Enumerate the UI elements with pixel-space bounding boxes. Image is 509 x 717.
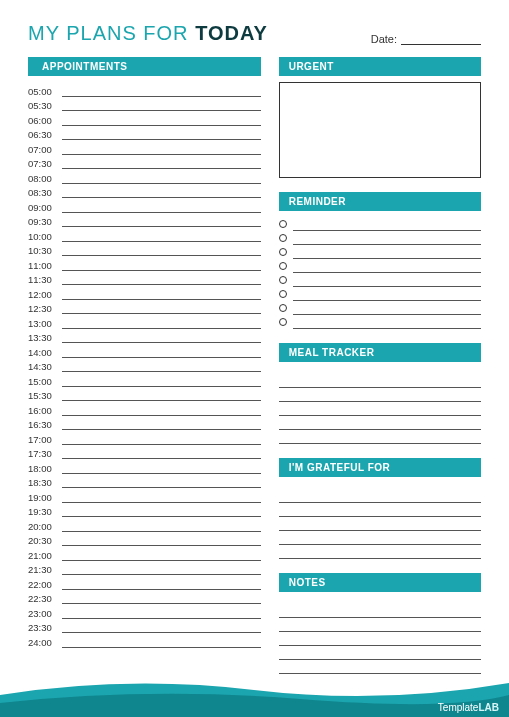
appointment-row[interactable]: 07:30 — [28, 155, 261, 170]
meal-line[interactable] — [279, 402, 481, 416]
appointment-slot-line[interactable] — [62, 217, 261, 227]
appointment-row[interactable]: 18:30 — [28, 474, 261, 489]
appointment-slot-line[interactable] — [62, 333, 261, 343]
appointment-row[interactable]: 16:30 — [28, 416, 261, 431]
appointment-slot-line[interactable] — [62, 319, 261, 329]
reminder-slot-line[interactable] — [293, 273, 481, 287]
appointment-row[interactable]: 09:30 — [28, 213, 261, 228]
appointment-row[interactable]: 23:30 — [28, 619, 261, 634]
reminder-slot-line[interactable] — [293, 287, 481, 301]
appointment-slot-line[interactable] — [62, 406, 261, 416]
appointment-slot-line[interactable] — [62, 464, 261, 474]
meal-line[interactable] — [279, 388, 481, 402]
appointment-slot-line[interactable] — [62, 420, 261, 430]
urgent-box[interactable] — [279, 82, 481, 178]
appointment-row[interactable]: 16:00 — [28, 401, 261, 416]
checkbox-circle-icon[interactable] — [279, 220, 287, 228]
reminder-slot-line[interactable] — [293, 231, 481, 245]
appointment-slot-line[interactable] — [62, 565, 261, 575]
reminder-row[interactable] — [279, 287, 481, 301]
appointment-slot-line[interactable] — [62, 580, 261, 590]
appointment-row[interactable]: 21:30 — [28, 561, 261, 576]
appointment-row[interactable]: 13:00 — [28, 314, 261, 329]
reminder-slot-line[interactable] — [293, 301, 481, 315]
appointment-row[interactable]: 12:30 — [28, 300, 261, 315]
reminder-row[interactable] — [279, 231, 481, 245]
checkbox-circle-icon[interactable] — [279, 290, 287, 298]
appointment-row[interactable]: 14:00 — [28, 343, 261, 358]
appointment-slot-line[interactable] — [62, 362, 261, 372]
appointment-slot-line[interactable] — [62, 246, 261, 256]
appointment-row[interactable]: 15:30 — [28, 387, 261, 402]
notes-line[interactable] — [279, 604, 481, 618]
grateful-line[interactable] — [279, 489, 481, 503]
appointment-row[interactable]: 11:30 — [28, 271, 261, 286]
grateful-line[interactable] — [279, 531, 481, 545]
notes-line[interactable] — [279, 660, 481, 674]
appointment-slot-line[interactable] — [62, 536, 261, 546]
appointment-row[interactable]: 09:00 — [28, 198, 261, 213]
appointment-slot-line[interactable] — [62, 449, 261, 459]
checkbox-circle-icon[interactable] — [279, 304, 287, 312]
notes-lines[interactable] — [279, 604, 481, 674]
grateful-line[interactable] — [279, 545, 481, 559]
reminder-slot-line[interactable] — [293, 259, 481, 273]
appointment-slot-line[interactable] — [62, 130, 261, 140]
meal-line[interactable] — [279, 430, 481, 444]
meal-line[interactable] — [279, 374, 481, 388]
appointment-row[interactable]: 22:00 — [28, 575, 261, 590]
reminder-row[interactable] — [279, 259, 481, 273]
appointment-slot-line[interactable] — [62, 377, 261, 387]
meal-lines[interactable] — [279, 374, 481, 444]
grateful-line[interactable] — [279, 517, 481, 531]
appointment-slot-line[interactable] — [62, 188, 261, 198]
appointment-row[interactable]: 10:30 — [28, 242, 261, 257]
appointment-slot-line[interactable] — [62, 203, 261, 213]
appointment-row[interactable]: 13:30 — [28, 329, 261, 344]
appointment-row[interactable]: 14:30 — [28, 358, 261, 373]
appointment-row[interactable]: 21:00 — [28, 546, 261, 561]
appointment-row[interactable]: 15:00 — [28, 372, 261, 387]
appointment-row[interactable]: 23:00 — [28, 604, 261, 619]
date-input-line[interactable] — [401, 33, 481, 45]
appointment-slot-line[interactable] — [62, 493, 261, 503]
appointment-row[interactable]: 12:00 — [28, 285, 261, 300]
appointment-slot-line[interactable] — [62, 522, 261, 532]
reminder-row[interactable] — [279, 301, 481, 315]
appointment-slot-line[interactable] — [62, 87, 261, 97]
appointment-slot-line[interactable] — [62, 623, 261, 633]
appointment-row[interactable]: 20:00 — [28, 517, 261, 532]
appointment-slot-line[interactable] — [62, 551, 261, 561]
appointment-slot-line[interactable] — [62, 304, 261, 314]
checkbox-circle-icon[interactable] — [279, 276, 287, 284]
appointment-slot-line[interactable] — [62, 101, 261, 111]
appointment-row[interactable]: 06:30 — [28, 126, 261, 141]
reminder-slot-line[interactable] — [293, 315, 481, 329]
date-field[interactable]: Date: — [371, 33, 481, 45]
appointment-row[interactable]: 22:30 — [28, 590, 261, 605]
appointment-row[interactable]: 08:00 — [28, 169, 261, 184]
appointment-row[interactable]: 17:00 — [28, 430, 261, 445]
appointment-slot-line[interactable] — [62, 638, 261, 648]
appointment-row[interactable]: 07:00 — [28, 140, 261, 155]
appointment-slot-line[interactable] — [62, 290, 261, 300]
appointment-slot-line[interactable] — [62, 174, 261, 184]
grateful-line[interactable] — [279, 503, 481, 517]
appointment-row[interactable]: 06:00 — [28, 111, 261, 126]
appointment-slot-line[interactable] — [62, 348, 261, 358]
notes-line[interactable] — [279, 646, 481, 660]
reminder-row[interactable] — [279, 273, 481, 287]
appointment-slot-line[interactable] — [62, 159, 261, 169]
appointment-slot-line[interactable] — [62, 261, 261, 271]
reminder-row[interactable] — [279, 245, 481, 259]
appointment-slot-line[interactable] — [62, 507, 261, 517]
appointment-slot-line[interactable] — [62, 609, 261, 619]
reminder-slot-line[interactable] — [293, 245, 481, 259]
appointment-slot-line[interactable] — [62, 391, 261, 401]
appointment-row[interactable]: 10:00 — [28, 227, 261, 242]
appointment-slot-line[interactable] — [62, 116, 261, 126]
appointment-row[interactable]: 08:30 — [28, 184, 261, 199]
appointment-row[interactable]: 05:00 — [28, 82, 261, 97]
checkbox-circle-icon[interactable] — [279, 248, 287, 256]
notes-line[interactable] — [279, 632, 481, 646]
